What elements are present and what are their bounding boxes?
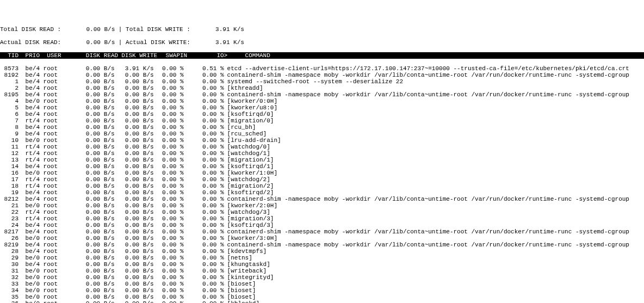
cell-disk-read: 0.00 B/s	[71, 111, 115, 118]
col-user[interactable]: USER	[47, 52, 75, 59]
cell-command: [migration/0]	[224, 118, 274, 124]
cell-tid: 12	[0, 150, 18, 157]
cell-user: root	[44, 196, 71, 202]
cell-command: containerd-shim -namespace moby -workdir…	[224, 72, 629, 78]
cell-prio: be/4	[18, 261, 40, 268]
cell-disk-read: 0.00 B/s	[71, 157, 115, 163]
cell-disk-read: 0.00 B/s	[71, 294, 115, 300]
process-row[interactable]: 6be/4 root0.00 B/s0.00 B/s0.00 %0.00 %[k…	[0, 111, 644, 118]
process-row[interactable]: 35be/0 root0.00 B/s0.00 B/s0.00 %0.00 %[…	[0, 294, 644, 300]
cell-command: [kdevtmpfs]	[224, 248, 267, 255]
process-row[interactable]: 5be/4 root0.00 B/s0.00 B/s0.00 %0.00 %[k…	[0, 104, 644, 111]
process-row[interactable]: 33be/0 root0.00 B/s0.00 B/s0.00 %0.00 %[…	[0, 281, 644, 287]
process-row[interactable]: 9be/4 root0.00 B/s0.00 B/s0.00 %0.00 %[r…	[0, 131, 644, 137]
cell-disk-write: 0.00 B/s	[115, 261, 154, 268]
process-row[interactable]: 8219be/4 root0.00 B/s0.00 B/s0.00 %0.00 …	[0, 242, 644, 248]
process-row[interactable]: 7rt/4 root0.00 B/s0.00 B/s0.00 %0.00 %[m…	[0, 118, 644, 124]
process-row[interactable]: 23rt/4 root0.00 B/s0.00 B/s0.00 %0.00 %[…	[0, 215, 644, 222]
cell-disk-read: 0.00 B/s	[71, 131, 115, 137]
process-row[interactable]: 18rt/4 root0.00 B/s0.00 B/s0.00 %0.00 %[…	[0, 183, 644, 189]
cell-disk-read: 0.00 B/s	[71, 189, 115, 196]
process-row[interactable]: 29be/0 root0.00 B/s0.00 B/s0.00 %0.00 %[…	[0, 255, 644, 261]
cell-prio: be/4	[18, 91, 40, 98]
process-row[interactable]: 34be/0 root0.00 B/s0.00 B/s0.00 %0.00 %[…	[0, 287, 644, 294]
process-row[interactable]: 16be/0 root0.00 B/s0.00 B/s0.00 %0.00 %[…	[0, 170, 644, 176]
process-row[interactable]: 31be/0 root0.00 B/s0.00 B/s0.00 %0.00 %[…	[0, 268, 644, 274]
cell-tid: 13	[0, 157, 18, 163]
process-row[interactable]: 28be/4 root0.00 B/s0.00 B/s0.00 %0.00 %[…	[0, 248, 644, 255]
process-row[interactable]: 24be/4 root0.00 B/s0.00 B/s0.00 %0.00 %[…	[0, 222, 644, 228]
cell-io: 0.00 %	[184, 228, 224, 235]
cell-swapin: 0.00 %	[154, 215, 184, 222]
process-row[interactable]: 19be/4 root0.00 B/s0.00 B/s0.00 %0.00 %[…	[0, 189, 644, 196]
col-tid[interactable]: TID	[0, 52, 18, 59]
cell-user: root	[44, 189, 71, 196]
process-row[interactable]: 8212be/4 root0.00 B/s0.00 B/s0.00 %0.00 …	[0, 196, 644, 202]
process-row[interactable]: 8192be/4 root0.00 B/s0.00 B/s0.00 %0.00 …	[0, 72, 644, 78]
process-row[interactable]: 26be/0 root0.00 B/s0.00 B/s0.00 %0.00 %[…	[0, 235, 644, 242]
cell-tid: 8	[0, 124, 18, 131]
process-row[interactable]: 30be/4 root0.00 B/s0.00 B/s0.00 %0.00 %[…	[0, 261, 644, 268]
cell-command: [kintegrityd]	[224, 274, 274, 281]
cell-tid: 8217	[0, 228, 18, 235]
process-row[interactable]: 10be/0 root0.00 B/s0.00 B/s0.00 %0.00 %[…	[0, 137, 644, 144]
process-row[interactable]: 21be/0 root0.00 B/s0.00 B/s0.00 %0.00 %[…	[0, 202, 644, 209]
col-prio[interactable]: PRIO	[18, 52, 40, 59]
cell-disk-read: 0.00 B/s	[71, 300, 115, 303]
process-row[interactable]: 32be/0 root0.00 B/s0.00 B/s0.00 %0.00 %[…	[0, 274, 644, 281]
cell-prio: be/0	[18, 202, 40, 209]
cell-disk-read: 0.00 B/s	[71, 104, 115, 111]
cell-prio: be/4	[18, 189, 40, 196]
actual-write-label: Actual DISK WRITE:	[126, 39, 190, 46]
cell-tid: 24	[0, 222, 18, 228]
cell-disk-write: 0.00 B/s	[115, 170, 154, 176]
cell-disk-read: 0.00 B/s	[71, 124, 115, 131]
process-row[interactable]: 13rt/4 root0.00 B/s0.00 B/s0.00 %0.00 %[…	[0, 157, 644, 163]
process-row[interactable]: 22rt/4 root0.00 B/s0.00 B/s0.00 %0.00 %[…	[0, 209, 644, 215]
process-row[interactable]: 11rt/4 root0.00 B/s0.00 B/s0.00 %0.00 %[…	[0, 144, 644, 150]
process-row[interactable]: 2be/4 root0.00 B/s0.00 B/s0.00 %0.00 %[k…	[0, 85, 644, 91]
col-swapin[interactable]: SWAPIN	[157, 52, 187, 59]
cell-io: 0.00 %	[184, 85, 224, 91]
col-command[interactable]: COMMAND	[242, 52, 270, 59]
cell-tid: 34	[0, 287, 18, 294]
process-row[interactable]: 8217be/4 root0.00 B/s0.00 B/s0.00 %0.00 …	[0, 228, 644, 235]
cell-command: [kworker/0:0H]	[224, 98, 277, 104]
cell-io: 0.00 %	[184, 255, 224, 261]
cell-io: 0.00 %	[184, 137, 224, 144]
cell-disk-write: 0.00 B/s	[115, 255, 154, 261]
cell-prio: be/0	[18, 287, 40, 294]
col-disk-write[interactable]: DISK WRITE	[118, 52, 157, 59]
col-io[interactable]: IO>	[187, 52, 227, 59]
cell-disk-read: 0.00 B/s	[71, 261, 115, 268]
cell-command: [ksoftirqd/1]	[224, 163, 274, 170]
cell-swapin: 0.00 %	[154, 150, 184, 157]
process-row[interactable]: 17rt/4 root0.00 B/s0.00 B/s0.00 %0.00 %[…	[0, 176, 644, 183]
cell-swapin: 0.00 %	[154, 157, 184, 163]
cell-swapin: 0.00 %	[154, 281, 184, 287]
process-list[interactable]: 8573be/4 root0.00 B/s3.91 K/s0.00 %0.51 …	[0, 65, 644, 303]
cell-io: 0.00 %	[184, 104, 224, 111]
cell-user: root	[44, 65, 71, 72]
process-row[interactable]: 8be/4 root0.00 B/s0.00 B/s0.00 %0.00 %[r…	[0, 124, 644, 131]
cell-command: [watchdog/0]	[224, 144, 270, 150]
process-row[interactable]: 12rt/4 root0.00 B/s0.00 B/s0.00 %0.00 %[…	[0, 150, 644, 157]
cell-disk-read: 0.00 B/s	[71, 150, 115, 157]
process-row[interactable]: 8195be/4 root0.00 B/s0.00 B/s0.00 %0.00 …	[0, 91, 644, 98]
process-row[interactable]: 4be/0 root0.00 B/s0.00 B/s0.00 %0.00 %[k…	[0, 98, 644, 104]
cell-tid: 8573	[0, 65, 18, 72]
cell-disk-write: 0.00 B/s	[115, 209, 154, 215]
process-row[interactable]: 14be/4 root0.00 B/s0.00 B/s0.00 %0.00 %[…	[0, 163, 644, 170]
process-row[interactable]: 36be/0 root0.00 B/s0.00 B/s0.00 %0.00 %[…	[0, 300, 644, 303]
cell-prio: be/4	[18, 131, 40, 137]
process-row[interactable]: 8573be/4 root0.00 B/s3.91 K/s0.00 %0.51 …	[0, 65, 644, 72]
column-header[interactable]: TIDPRIO USERDISK READDISK WRITESWAPINIO>…	[0, 52, 644, 59]
cell-tid: 4	[0, 98, 18, 104]
cell-disk-read: 0.00 B/s	[71, 65, 115, 72]
process-row[interactable]: 1be/4 root0.00 B/s0.00 B/s0.00 %0.00 %sy…	[0, 78, 644, 85]
cell-io: 0.00 %	[184, 261, 224, 268]
col-disk-read[interactable]: DISK READ	[75, 52, 118, 59]
cell-disk-read: 0.00 B/s	[71, 228, 115, 235]
cell-swapin: 0.00 %	[154, 98, 184, 104]
cell-tid: 21	[0, 202, 18, 209]
